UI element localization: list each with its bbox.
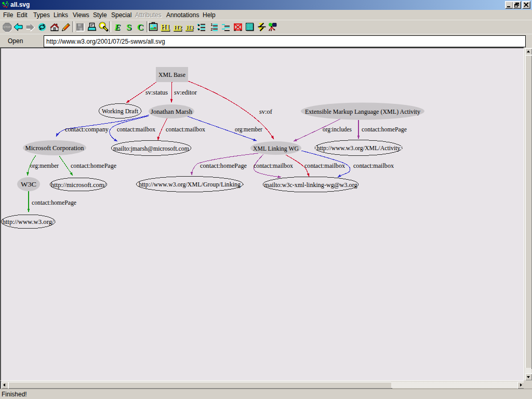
node-xml-base[interactable]: XML Base [156, 67, 188, 82]
edge-label: contact:mailbox [353, 162, 394, 169]
node-microsoft[interactable]: Microsoft Corporation [23, 140, 86, 155]
home-icon[interactable] [49, 22, 60, 32]
vertical-scrollbar[interactable] [524, 47, 532, 380]
find-icon[interactable] [98, 22, 109, 32]
menu-special[interactable]: Special [111, 11, 131, 19]
h1-icon[interactable]: H1H1 [160, 22, 170, 32]
node-label: Working Draft [102, 107, 138, 115]
menu-help[interactable]: Help [203, 11, 216, 19]
edge-label: org:includes [323, 125, 352, 133]
node-jonathan-marsh[interactable]: Jonathan Marsh [149, 104, 194, 118]
menu-types[interactable]: Types [33, 11, 50, 19]
image-icon[interactable] [148, 22, 158, 32]
toolbar-separator [109, 21, 111, 32]
edge-label: contact:mailbox [117, 125, 155, 133]
node-group-linking-url[interactable]: http://www.w3.org/XML/Group/Linking [136, 177, 243, 192]
h3-icon[interactable]: H3H3 [184, 22, 195, 32]
node-label: http://www.w3.org/XML/Group/Linking [139, 180, 241, 188]
menu-views[interactable]: Views [73, 11, 89, 19]
back-icon[interactable] [13, 22, 23, 32]
svg-text:C: C [137, 22, 143, 32]
node-label: XML Linking WG [253, 144, 299, 152]
vertical-scroll-track[interactable] [525, 368, 531, 373]
delete-table-icon[interactable] [233, 22, 243, 32]
edge-label: contact:company [65, 125, 109, 133]
node-microsoft-url[interactable]: http://microsoft.com/ [50, 178, 107, 191]
edge-label: org:member [30, 162, 59, 169]
node-xml-activity-url[interactable]: http://www.w3.org/XML/Activity [315, 140, 402, 156]
numbered-list-icon[interactable]: 12 [209, 22, 219, 32]
minimize-button[interactable] [505, 1, 513, 9]
application-window: all.svg FileEditTypesLinksViewsStyleSpec… [0, 0, 532, 399]
node-xml-activity[interactable]: Extensible Markup Language (XML) Activit… [301, 103, 424, 120]
reload-icon[interactable] [37, 22, 47, 32]
toolbar: STOPEESSCCH1H1H2H2H3H312 [0, 20, 532, 34]
node-mailto-jmarsh[interactable]: mailto:jmarsh@microsoft.com [111, 141, 191, 156]
url-input[interactable] [44, 35, 526, 47]
close-button[interactable] [522, 1, 530, 9]
app-icon [2, 1, 10, 9]
address-bar: Open [0, 34, 532, 48]
menu-attributes[interactable]: Attributes [135, 11, 162, 19]
node-mailto-linking-wg[interactable]: mailto:w3c-xml-linking-wg@w3.org [263, 177, 358, 192]
horizontal-scrollbar[interactable] [0, 380, 524, 389]
node-w3c[interactable]: W3C [17, 177, 40, 191]
annotation-icon[interactable] [267, 22, 277, 32]
scrollbar-corner [524, 380, 532, 389]
edge-label: sv:status [145, 88, 168, 96]
definition-list-icon[interactable] [221, 22, 231, 32]
svg-text:2: 2 [211, 28, 213, 31]
h2-icon[interactable]: H2H2 [172, 22, 183, 32]
forward-icon [25, 22, 35, 32]
edit-pencil-icon[interactable] [61, 22, 71, 32]
node-w3-url[interactable]: http://www.w3.org/ [1, 215, 55, 229]
transform-icon[interactable] [257, 22, 267, 32]
menu-bar: FileEditTypesLinksViewsStyleSpecialAttri… [0, 10, 532, 20]
edge-label: contact:mailbox [254, 162, 293, 169]
horizontal-scroll-thumb[interactable] [8, 381, 392, 389]
vertical-scroll-thumb[interactable] [525, 55, 532, 369]
print-icon[interactable] [87, 22, 97, 32]
table-icon[interactable] [245, 22, 255, 32]
edge-label: sv:of [259, 108, 273, 115]
node-label: XML Base [158, 71, 185, 78]
edge-label: contact:mailbox [304, 162, 345, 169]
node-xml-linking-wg[interactable]: XML Linking WG [250, 141, 301, 155]
open-label: Open [8, 37, 23, 45]
menu-links[interactable]: Links [54, 11, 68, 19]
edge-label: org:member [235, 125, 263, 133]
menu-edit[interactable]: Edit [17, 11, 28, 19]
toolbar-separator [72, 21, 74, 32]
status-message: Finished! [2, 391, 27, 398]
edge-label: sv:editor [174, 88, 197, 96]
node-label: Microsoft Corporation [25, 144, 84, 152]
node-label: mailto:w3c-xml-linking-wg@w3.org [264, 181, 357, 189]
strong-icon[interactable]: SS [124, 22, 134, 32]
node-label: http://www.w3.org/ [3, 218, 54, 225]
bullet-list-icon[interactable] [196, 22, 207, 32]
menu-style[interactable]: Style [93, 11, 107, 19]
restore-button[interactable] [513, 1, 521, 9]
node-working-draft[interactable]: Working Draft [99, 104, 141, 118]
node-label: Extensible Markup Language (XML) Activit… [305, 108, 420, 115]
node-label: http://www.w3.org/XML/Activity [317, 144, 401, 152]
svg-text:H3: H3 [186, 24, 194, 30]
menu-file[interactable]: File [3, 11, 13, 19]
scroll-down-button[interactable] [525, 373, 532, 381]
rdf-graph: XML BaseWorking DraftJonathan MarshExten… [1, 48, 524, 380]
status-bar: Finished! [0, 389, 532, 399]
document-canvas[interactable]: XML BaseWorking DraftJonathan MarshExten… [0, 47, 524, 380]
code-icon[interactable]: CC [135, 22, 145, 32]
node-label: W3C [21, 180, 36, 188]
node-label: Jonathan Marsh [151, 108, 192, 115]
horizontal-scroll-track[interactable] [391, 381, 517, 388]
svg-text:STOP: STOP [3, 25, 11, 29]
node-label: mailto:jmarsh@microsoft.com [113, 144, 189, 152]
menu-annotations[interactable]: Annotations [166, 11, 199, 19]
emphasis-icon[interactable]: EE [112, 22, 122, 32]
node-label: http://microsoft.com/ [51, 181, 106, 189]
edge-label: contact:mailbox [166, 125, 205, 133]
stop-icon: STOP [2, 22, 12, 32]
title-bar[interactable]: all.svg [0, 0, 532, 10]
edge-label: contact:homePage [32, 198, 76, 206]
